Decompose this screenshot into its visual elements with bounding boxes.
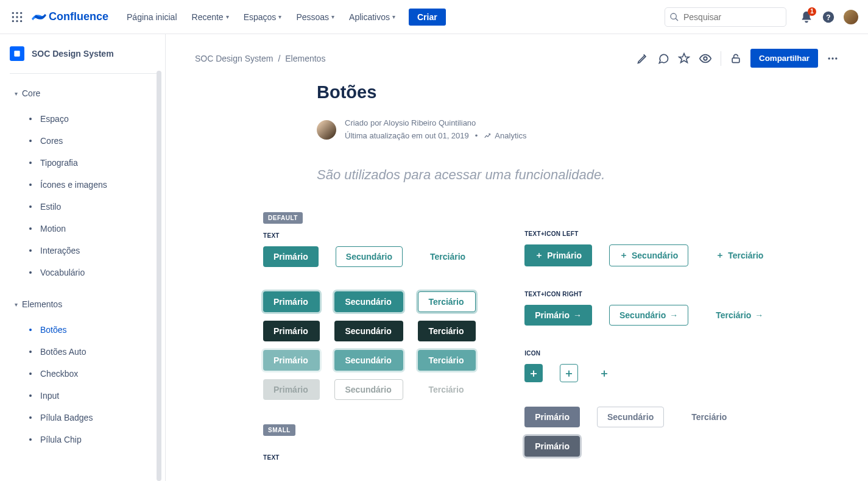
topnav-right-icons: 1 ? (800, 10, 858, 24)
nav-recent[interactable]: Recente▾ (186, 9, 235, 26)
tag-default: DEFAULT (263, 212, 303, 224)
app-switcher-icon[interactable] (10, 10, 24, 24)
svg-line-10 (676, 18, 678, 21)
caret-down-icon: ▾ (10, 301, 22, 308)
nav-apps[interactable]: Aplicativos▾ (343, 9, 401, 26)
tag-small: SMALL (263, 424, 295, 436)
main-content: SOC Design System / Elementos Compartilh… (166, 34, 868, 481)
author-avatar[interactable] (317, 120, 336, 140)
svg-point-14 (704, 57, 707, 60)
edit-icon[interactable] (637, 52, 649, 65)
sidebar-item-botoes[interactable]: Botões (24, 319, 160, 341)
plus-icon: ＋ (535, 250, 543, 261)
nav-home[interactable]: Página inicial (121, 9, 183, 26)
arrow-right-icon: → (755, 310, 763, 320)
page-header: SOC Design System / Elementos Compartilh… (195, 49, 839, 68)
intro-text: São utilizados para acessar uma funciona… (317, 167, 804, 183)
confluence-logo[interactable]: Confluence (32, 10, 108, 24)
state-grid: Primário Secundário Terciário Primário S… (263, 291, 476, 400)
svg-text:?: ? (826, 13, 830, 21)
svg-point-0 (12, 12, 14, 13)
label-text: TEXT (263, 232, 476, 239)
nav-spaces[interactable]: Espaços▾ (238, 9, 288, 26)
row-iconleft: ＋Primário ＋Secundário ＋Terciário (524, 244, 774, 266)
sidebar-item-tipografia[interactable]: Tipografia (24, 152, 160, 174)
content: Botões Criado por Aloysio Ribeiro Quinti… (317, 82, 804, 481)
nav-people[interactable]: Pessoas▾ (290, 9, 340, 26)
label-text-small: TEXT (263, 454, 476, 461)
sidebar-item-icones[interactable]: Ícones e imagens (24, 174, 160, 196)
sidebar: SOC Design System ▾ Core Espaço Cores Ti… (0, 34, 166, 481)
top-navigation: Confluence Página inicial Recente▾ Espaç… (0, 0, 868, 34)
space-header[interactable]: SOC Design System (10, 46, 160, 61)
tree-group-core[interactable]: ▾ Core (10, 81, 160, 105)
example-primary-active: Primário (263, 321, 320, 341)
row-default-text: Primário Secundário Terciário (263, 246, 476, 267)
sidebar-item-cores[interactable]: Cores (24, 130, 160, 152)
tree-group-label: Elementos (22, 296, 62, 313)
svg-point-4 (16, 16, 18, 18)
breadcrumb-space[interactable]: SOC Design System (195, 54, 273, 63)
sidebar-item-espaco[interactable]: Espaço (24, 108, 160, 130)
example-primary-focus: Primário (263, 350, 320, 371)
sidebar-item-motion[interactable]: Motion (24, 218, 160, 240)
arrow-right-icon: → (573, 310, 582, 320)
notifications-icon[interactable]: 1 (800, 10, 813, 24)
tree-group-elementos[interactable]: ▾ Elementos (10, 292, 160, 316)
restrictions-icon[interactable] (730, 52, 742, 65)
sidebar-item-pilula-chip[interactable]: Pílula Chip (24, 429, 160, 451)
watch-icon[interactable] (699, 52, 712, 65)
more-icon[interactable] (827, 52, 839, 65)
svg-point-9 (671, 13, 676, 19)
example-secondary-focus: Secundário (334, 350, 403, 371)
example-tertiary-hover: Terciário (418, 291, 476, 312)
plus-icon: ＋ (619, 250, 628, 261)
share-button[interactable]: Compartilhar (750, 49, 818, 68)
byline: Criado por Aloysio Ribeiro Quintiliano Ú… (317, 117, 804, 143)
sidebar-item-vocabulario[interactable]: Vocabulário (24, 262, 160, 283)
svg-point-5 (20, 16, 22, 18)
help-icon[interactable]: ? (822, 10, 835, 24)
user-avatar[interactable] (844, 10, 858, 24)
example-primary-hover: Primário (263, 291, 320, 312)
example-tertiary-iconleft: ＋Terciário (705, 244, 774, 266)
example-secondary-iconleft: ＋Secundário (609, 244, 688, 266)
svg-point-6 (12, 20, 14, 22)
star-icon[interactable] (678, 52, 690, 65)
svg-rect-15 (732, 58, 739, 63)
search-input[interactable] (665, 7, 786, 27)
row-icononly: ＋ ＋ ＋ (524, 364, 774, 382)
svg-rect-13 (14, 51, 19, 56)
notification-badge: 1 (808, 7, 816, 16)
sidebar-item-estilo[interactable]: Estilo (24, 196, 160, 218)
divider (721, 51, 721, 66)
divider (10, 73, 160, 74)
label-text-icon-right: TEXT+ICON RIGHT (524, 291, 774, 298)
examples-block: DEFAULT TEXT Primário Secundário Terciár… (263, 212, 804, 481)
sidebar-item-pilula-badges[interactable]: Pílula Badges (24, 407, 160, 429)
svg-point-8 (20, 20, 22, 22)
svg-point-1 (16, 12, 18, 13)
tree-children-elementos: Botões Botões Auto Checkbox Input Pílula… (10, 319, 160, 451)
examples-right: TEXT+ICON LEFT ＋Primário ＋Secundário ＋Te… (524, 212, 774, 481)
sidebar-item-input[interactable]: Input (24, 385, 160, 407)
example-primary-gray: Primário (524, 407, 580, 427)
example-tertiary-disabled: Terciário (418, 379, 476, 400)
comment-icon[interactable] (657, 52, 669, 65)
examples-left: DEFAULT TEXT Primário Secundário Terciár… (263, 212, 476, 481)
caret-down-icon: ▾ (10, 90, 22, 97)
sidebar-item-checkbox[interactable]: Checkbox (24, 363, 160, 385)
plus-icon: ＋ (716, 250, 724, 261)
search-box (665, 7, 786, 27)
sidebar-item-botoes-auto[interactable]: Botões Auto (24, 341, 160, 363)
create-button[interactable]: Criar (409, 9, 446, 26)
example-tertiary-iconright: Terciário→ (705, 305, 774, 326)
breadcrumb-parent[interactable]: Elementos (285, 54, 325, 63)
example-tertiary: Terciário (420, 246, 476, 267)
arrow-right-icon: → (669, 310, 678, 320)
analytics-link[interactable]: Analytics (484, 130, 526, 143)
example-secondary-disabled: Secundário (334, 379, 403, 400)
sidebar-item-interacoes[interactable]: Interações (24, 240, 160, 262)
svg-point-7 (16, 20, 18, 22)
tree-children-core: Espaço Cores Tipografia Ícones e imagens… (10, 108, 160, 283)
